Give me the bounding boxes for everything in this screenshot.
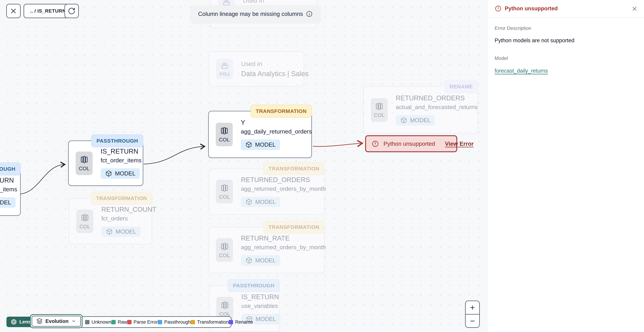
node-is-return-offscreen[interactable]: PASSTHROUGH COL IS_RETURN fct_order_item… xyxy=(0,169,20,216)
lens-mode-value: Evolution xyxy=(46,318,68,324)
node-title: RETURNED_ORDERS xyxy=(396,94,470,102)
node-subtitle: use_variables xyxy=(241,303,272,309)
node-subtitle: fct_order_items xyxy=(0,186,13,193)
model-chip: MODEL xyxy=(241,139,280,150)
legend-item-passthrough: Passthrough xyxy=(158,320,191,325)
legend-swatch xyxy=(158,320,162,324)
node-title: Used In xyxy=(241,60,297,67)
col-icon: COL xyxy=(76,209,93,233)
node-body: COL RETURN_RATE agg_returned_orders_by_m… xyxy=(209,227,324,273)
node-subtitle: Data Analytics | Sales xyxy=(241,70,297,78)
legend-item-parse-error: Parse Error xyxy=(127,320,158,325)
col-icon: COL xyxy=(216,180,233,203)
model-chip: MODEL xyxy=(101,168,140,179)
model-chip: MODEL xyxy=(101,226,141,237)
node-title: RETURN_COUNT xyxy=(101,206,145,213)
layers-icon xyxy=(36,318,43,324)
legend-label: Transformation xyxy=(197,320,229,325)
col-icon: COL xyxy=(371,98,388,122)
edge-is-return-to-agg-daily xyxy=(144,146,204,164)
node-body: COL RETURNED_ORDERS agg_returned_orders_… xyxy=(209,169,324,214)
node-text: RETURN_RATE agg_returned_orders_by_month… xyxy=(241,235,317,266)
node-body: COL Y agg_daily_returned_orders MODEL xyxy=(209,111,311,157)
node-is-return-fct-order-items[interactable]: PASSTHROUGH COL IS_RETURN fct_order_item… xyxy=(68,140,143,186)
edge-agg-daily-to-error xyxy=(313,143,362,146)
node-text: RETURNED_ORDERS actual_and_forecasted_re… xyxy=(396,94,470,125)
node-return-count[interactable]: TRANSFORMATION COL RETURN_COUNT fct_orde… xyxy=(69,198,152,244)
node-title: RETURNED_ORDERS xyxy=(241,176,317,184)
lens-selector-ring: Evolution xyxy=(30,314,82,328)
node-body: COL RETURNED_ORDERS actual_and_forecaste… xyxy=(364,87,478,133)
node-subtitle: agg_returned_orders_by_month xyxy=(241,244,317,251)
node-body: COL RETURN_COUNT fct_orders MODEL xyxy=(69,198,152,244)
warning-icon xyxy=(372,140,379,147)
legend-swatch xyxy=(111,320,116,324)
panel-header: Python unsupported xyxy=(488,0,644,17)
legend-label: Parse Error xyxy=(134,320,158,325)
close-icon xyxy=(631,5,638,12)
legend-item-transformation: Transformation xyxy=(190,320,229,325)
node-agg-daily-returned-orders[interactable]: TRANSFORMATION COL Y agg_daily_returned_… xyxy=(208,111,312,158)
node-return-rate[interactable]: TRANSFORMATION COL RETURN_RATE agg_retur… xyxy=(208,227,324,273)
node-title: IS_RETURN xyxy=(101,148,136,155)
aperture-icon xyxy=(11,319,17,325)
node-used-in-sales[interactable]: PRJ Used In Data Analytics | Sales xyxy=(209,51,304,86)
warning-icon xyxy=(494,5,502,12)
legend-label: Raw xyxy=(118,320,127,325)
close-icon xyxy=(10,7,17,15)
legend-swatch xyxy=(190,320,195,324)
node-text: RETURNED_ORDERS agg_returned_orders_by_m… xyxy=(241,176,317,207)
node-title: Used In xyxy=(243,0,310,4)
panel-title: Python unsupported xyxy=(505,5,558,12)
legend-label: Rename xyxy=(235,320,253,325)
node-subtitle: actual_and_forecasted_returns xyxy=(396,104,470,110)
legend-swatch xyxy=(229,320,233,324)
refresh-icon xyxy=(68,7,76,15)
error-description-text: Python models are not supported xyxy=(494,37,637,44)
close-lineage-button[interactable] xyxy=(6,4,20,18)
legend-label: Unknown xyxy=(92,320,111,325)
view-error-link[interactable]: View Error xyxy=(445,140,474,147)
chevron-down-icon xyxy=(71,319,76,324)
node-body: PRJ Used In Data Analytics | Sales xyxy=(209,52,304,86)
panel-body: Error Description Python models are not … xyxy=(488,17,644,74)
zoom-out-button[interactable]: − xyxy=(466,314,479,328)
node-returned-orders-by-month[interactable]: TRANSFORMATION COL RETURNED_ORDERS agg_r… xyxy=(208,168,324,215)
lineage-canvas[interactable]: PRJ Used In eting PRJ Used In Data Analy… xyxy=(0,0,488,332)
col-icon: COL xyxy=(216,123,233,146)
zoom-in-button[interactable]: + xyxy=(466,301,479,314)
model-chip: MODEL xyxy=(0,197,16,208)
node-title: RETURN_RATE xyxy=(241,235,317,242)
lineage-warning-tooltip: Column lineage may be missing columns xyxy=(191,5,320,23)
node-subtitle: fct_orders xyxy=(101,215,145,222)
tooltip-text: Column lineage may be missing columns xyxy=(198,11,303,17)
node-returned-orders-forecast[interactable]: RENAME COL RETURNED_ORDERS actual_and_fo… xyxy=(364,86,478,134)
prj-icon: PRJ xyxy=(216,59,233,79)
info-icon xyxy=(306,10,313,17)
model-chip: MODEL xyxy=(241,197,280,207)
edge-type-legend: Unknown Raw Parse Error Passthrough Tran… xyxy=(80,316,232,328)
zoom-controls: + − xyxy=(465,301,480,328)
node-body: COL IS_RETURN fct_order_items MODEL xyxy=(69,141,143,185)
node-text: Y agg_daily_returned_orders MODEL xyxy=(241,119,304,150)
node-title: IS_RETURN xyxy=(0,177,13,184)
error-description-label: Error Description xyxy=(494,25,637,31)
model-link[interactable]: forecast_daily_returns xyxy=(494,68,548,74)
node-subtitle: fct_order_items xyxy=(101,157,136,164)
col-icon: COL xyxy=(216,238,233,262)
refresh-button[interactable] xyxy=(64,4,79,18)
node-subtitle: agg_returned_orders_by_month xyxy=(241,185,317,192)
node-text: Used In Data Analytics | Sales xyxy=(241,60,297,78)
error-node-label: Python unsupported xyxy=(384,140,435,147)
error-node-python-unsupported[interactable]: Python unsupported View Error xyxy=(365,135,457,152)
edge-offscreen-to-is-return xyxy=(19,164,64,194)
error-detail-panel: Python unsupported Error Description Pyt… xyxy=(488,0,644,332)
lens-mode-dropdown[interactable]: Evolution xyxy=(32,316,81,327)
col-icon: COL xyxy=(76,152,92,175)
model-chip: MODEL xyxy=(241,255,280,266)
node-subtitle: agg_daily_returned_orders xyxy=(241,128,304,135)
node-text: RETURN_COUNT fct_orders MODEL xyxy=(101,206,145,237)
legend-item-rename: Rename xyxy=(229,320,253,325)
panel-close-button[interactable] xyxy=(630,4,639,13)
node-text: IS_RETURN fct_order_items MODEL xyxy=(101,148,136,179)
